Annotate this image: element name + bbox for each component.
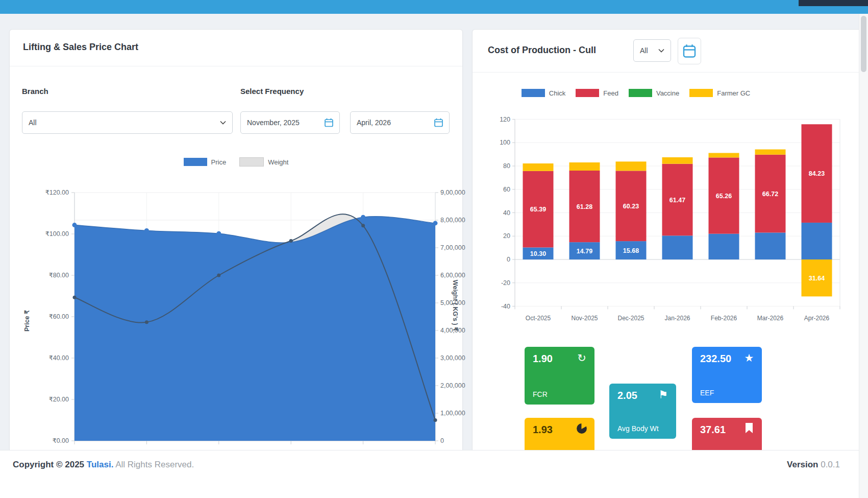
page-footer: Copyright © 2025 Tulasi. All Rights Rese… bbox=[0, 450, 868, 498]
svg-text:1,00,000: 1,00,000 bbox=[440, 410, 465, 417]
svg-text:9,00,000: 9,00,000 bbox=[440, 189, 465, 196]
svg-text:6,00,000: 6,00,000 bbox=[440, 272, 465, 279]
calendar-icon bbox=[683, 44, 696, 58]
svg-text:120: 120 bbox=[500, 116, 510, 123]
frequency-from-value: November, 2025 bbox=[247, 118, 325, 127]
version-label: Version bbox=[787, 460, 818, 469]
rights-text: All Rights Reserved. bbox=[115, 460, 194, 469]
frequency-to-input[interactable]: April, 2026 bbox=[350, 111, 450, 134]
kpi-value: 1.93 bbox=[533, 424, 553, 436]
legend-item-farmer-gc[interactable]: Farmer GC bbox=[689, 89, 750, 97]
svg-text:₹100.00: ₹100.00 bbox=[45, 230, 69, 238]
kpi-label: FCR bbox=[533, 390, 548, 398]
kpi-label: Avg Body Wt bbox=[617, 424, 659, 433]
svg-text:Nov-2025: Nov-2025 bbox=[571, 315, 598, 322]
svg-text:Apr-2026: Apr-2026 bbox=[804, 315, 830, 322]
svg-text:0: 0 bbox=[440, 437, 444, 444]
lifting-sales-price-card: Lifting & Sales Price Chart Branch All S… bbox=[9, 29, 463, 450]
calendar-icon bbox=[434, 118, 443, 127]
svg-text:Weight ( KG's ) ₹: Weight ( KG's ) ₹ bbox=[452, 280, 459, 331]
cost-of-production-chart: -40-2002040608010012010.3065.39Oct-20251… bbox=[483, 106, 855, 346]
refresh-icon: ↻ bbox=[576, 352, 588, 364]
legend-label: Chick bbox=[549, 89, 566, 97]
kpi-card-fcr[interactable]: 1.90 ↻ FCR bbox=[525, 347, 594, 405]
legend-item-chick[interactable]: Chick bbox=[522, 89, 566, 97]
svg-text:-40: -40 bbox=[501, 303, 510, 310]
svg-text:31.64: 31.64 bbox=[809, 275, 825, 282]
kpi-card-red[interactable]: 37.61 bbox=[692, 418, 762, 450]
svg-text:80: 80 bbox=[503, 162, 510, 170]
kpi-value: 1.90 bbox=[533, 353, 553, 365]
legend-swatch bbox=[689, 89, 713, 97]
price-weight-chart: ₹0.00₹20.00₹40.00₹60.00₹80.00₹100.00₹120… bbox=[10, 147, 462, 450]
svg-text:2,00,000: 2,00,000 bbox=[440, 382, 465, 389]
legend-swatch bbox=[576, 89, 599, 97]
legend-item-feed[interactable]: Feed bbox=[576, 89, 618, 97]
legend-label: Vaccine bbox=[656, 89, 679, 97]
svg-text:₹60.00: ₹60.00 bbox=[49, 313, 69, 320]
kpi-card-yellow[interactable]: 1.93 bbox=[525, 418, 594, 450]
kpi-label: EEF bbox=[700, 389, 714, 397]
select-frequency-label: Select Frequency bbox=[240, 87, 304, 96]
copyright-text: Copyright © 2025 Tulasi. All Rights Rese… bbox=[13, 460, 194, 470]
navbar-dark-segment bbox=[799, 0, 868, 6]
calendar-button[interactable] bbox=[678, 38, 701, 64]
svg-text:100: 100 bbox=[500, 139, 510, 146]
legend-item-vaccine[interactable]: Vaccine bbox=[629, 89, 679, 97]
kpi-card-avg-body-wt[interactable]: 2.05 ⚑ Avg Body Wt bbox=[609, 384, 676, 439]
svg-text:₹120.00: ₹120.00 bbox=[45, 189, 69, 196]
svg-text:15.68: 15.68 bbox=[623, 247, 639, 254]
svg-text:Jan-2026: Jan-2026 bbox=[664, 315, 690, 322]
svg-text:₹80.00: ₹80.00 bbox=[49, 272, 69, 279]
svg-text:84.23: 84.23 bbox=[809, 170, 825, 177]
cull-filter-value: All bbox=[640, 46, 658, 55]
copyright-prefix: Copyright © 2025 bbox=[13, 460, 84, 469]
card-header: Lifting & Sales Price Chart bbox=[10, 30, 462, 66]
flag-icon: ⚑ bbox=[657, 389, 669, 401]
svg-text:65.26: 65.26 bbox=[716, 193, 732, 200]
vertical-scrollbar[interactable] bbox=[859, 14, 868, 498]
scrollbar-thumb[interactable] bbox=[861, 16, 866, 72]
legend-swatch bbox=[629, 89, 652, 97]
svg-text:Mar-2026: Mar-2026 bbox=[757, 315, 784, 322]
svg-text:61.28: 61.28 bbox=[577, 203, 592, 210]
chevron-down-icon bbox=[220, 121, 226, 125]
version-value: 0.0.1 bbox=[821, 460, 840, 469]
svg-text:60.23: 60.23 bbox=[623, 203, 639, 210]
svg-text:20: 20 bbox=[503, 232, 510, 240]
branch-select-value: All bbox=[29, 118, 220, 127]
svg-text:65.39: 65.39 bbox=[530, 206, 546, 213]
svg-text:66.72: 66.72 bbox=[762, 191, 778, 198]
branch-select[interactable]: All bbox=[22, 111, 233, 134]
frequency-from-input[interactable]: November, 2025 bbox=[240, 111, 340, 134]
cull-filter-select[interactable]: All bbox=[633, 39, 671, 62]
kpi-value: 37.61 bbox=[700, 424, 726, 436]
main-content: Lifting & Sales Price Chart Branch All S… bbox=[0, 14, 868, 450]
legend-swatch bbox=[522, 89, 545, 97]
svg-text:14.79: 14.79 bbox=[577, 248, 592, 255]
svg-text:61.47: 61.47 bbox=[669, 197, 685, 204]
svg-text:60: 60 bbox=[503, 186, 510, 193]
svg-text:40: 40 bbox=[503, 209, 510, 217]
svg-text:-20: -20 bbox=[501, 279, 510, 287]
brand-link[interactable]: Tulasi. bbox=[87, 460, 114, 469]
svg-text:10.30: 10.30 bbox=[530, 250, 546, 257]
card-header: Cost of Production - Cull All bbox=[473, 30, 863, 73]
legend-label: Farmer GC bbox=[717, 89, 750, 97]
star-icon: ★ bbox=[743, 352, 755, 364]
svg-text:Feb-2026: Feb-2026 bbox=[711, 315, 737, 322]
version-text: Version 0.0.1 bbox=[787, 460, 840, 470]
kpi-value: 232.50 bbox=[700, 353, 731, 365]
pie-chart-icon bbox=[576, 423, 588, 435]
svg-text:8,00,000: 8,00,000 bbox=[440, 217, 465, 224]
svg-text:Oct-2025: Oct-2025 bbox=[526, 315, 551, 322]
kpi-card-eef[interactable]: 232.50 ★ EEF bbox=[692, 347, 762, 403]
svg-text:Price ₹: Price ₹ bbox=[23, 310, 31, 331]
frequency-to-value: April, 2026 bbox=[357, 118, 434, 127]
cost-of-production-card: Cost of Production - Cull All ChickFeedV… bbox=[472, 29, 863, 450]
page-title-cost-of-production: Cost of Production - Cull bbox=[488, 45, 596, 56]
svg-text:₹40.00: ₹40.00 bbox=[49, 354, 69, 362]
cop-chart-legend: ChickFeedVaccineFarmer GC bbox=[493, 89, 779, 97]
top-navbar bbox=[0, 0, 868, 14]
svg-text:₹20.00: ₹20.00 bbox=[49, 396, 69, 403]
